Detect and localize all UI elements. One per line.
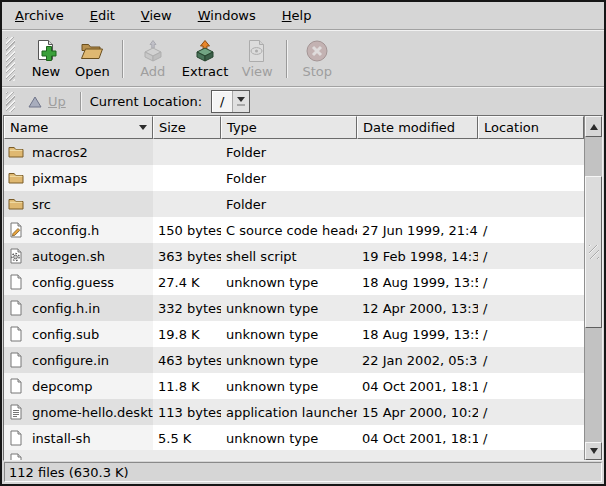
locationbar-drag-handle[interactable] xyxy=(6,92,15,112)
script-icon xyxy=(8,248,26,265)
file-location-cell: / xyxy=(478,399,584,425)
file-type-cell: application launcher xyxy=(221,399,357,425)
status-bar: 112 files (630.3 K) xyxy=(4,462,602,482)
thumb-grip-icon xyxy=(589,245,599,259)
new-button-label: New xyxy=(32,64,60,79)
file-list: Name Size Type Date modified Location ma… xyxy=(3,115,603,461)
file-type-cell: unknown type xyxy=(221,295,357,321)
file-name-cell[interactable]: config.guess xyxy=(4,269,153,295)
new-button[interactable]: New xyxy=(23,36,69,81)
file-date-cell: 18 Aug 1999, 13:53 xyxy=(357,321,478,347)
file-name-cell[interactable]: src xyxy=(4,191,153,217)
scroll-up-button[interactable] xyxy=(585,116,602,137)
document-icon xyxy=(8,452,26,460)
column-header-type[interactable]: Type xyxy=(221,116,357,139)
toolbar-separator xyxy=(122,40,124,78)
file-location-cell: / xyxy=(478,217,584,243)
location-combo[interactable]: / xyxy=(211,90,250,113)
file-size-cell: 5.5 K xyxy=(153,425,221,450)
menu-help[interactable]: Help xyxy=(280,5,314,26)
status-text: 112 files (630.3 K) xyxy=(9,465,129,480)
file-type-cell: unknown type xyxy=(221,269,357,295)
file-date-cell: 27 Jun 1999, 21:49 xyxy=(357,217,478,243)
table-row[interactable]: config.guess27.4 Kunknown type18 Aug 199… xyxy=(4,269,584,295)
file-date-cell: 22 Jan 2002, 05:35 xyxy=(357,347,478,373)
open-button[interactable]: Open xyxy=(69,36,116,81)
column-header-date-modified[interactable]: Date modified xyxy=(357,116,478,139)
file-name-cell[interactable]: configure.in xyxy=(4,347,153,373)
file-name: gnome-hello.desktop xyxy=(32,405,153,420)
file-name: install-sh xyxy=(32,431,91,446)
toolbar-separator xyxy=(286,40,288,78)
file-type-cell: unknown type xyxy=(221,425,357,450)
stop-icon xyxy=(304,38,330,63)
menu-view[interactable]: View xyxy=(139,5,174,26)
up-button: Up xyxy=(22,92,72,111)
table-row[interactable]: config.sub19.8 Kunknown type18 Aug 1999,… xyxy=(4,321,584,347)
file-location-cell xyxy=(478,165,584,191)
table-row[interactable]: config.h.in332 bytesunknown type12 Apr 2… xyxy=(4,295,584,321)
file-date-cell: 19 Feb 1998, 14:31 xyxy=(357,243,478,269)
scrollbar-thumb[interactable] xyxy=(585,176,602,328)
file-name-cell[interactable]: macros2 xyxy=(4,139,153,165)
file-size-cell: 113 bytes xyxy=(153,399,221,425)
file-size-cell: 27.4 K xyxy=(153,269,221,295)
file-location-cell: / xyxy=(478,347,584,373)
open-folder-icon xyxy=(79,38,105,63)
scroll-down-button[interactable] xyxy=(585,442,602,460)
file-name-cell[interactable]: autogen.sh xyxy=(4,243,153,269)
file-name-cell[interactable]: config.sub xyxy=(4,321,153,347)
file-date-cell xyxy=(357,139,478,165)
file-name-cell[interactable]: install-sh xyxy=(4,425,153,450)
menu-windows[interactable]: Windows xyxy=(196,5,258,26)
file-name-cell[interactable]: pixmaps xyxy=(4,165,153,191)
table-row[interactable]: macros2Folder xyxy=(4,139,584,165)
file-size-cell xyxy=(153,165,221,191)
table-row[interactable]: configure.in463 bytesunknown type22 Jan … xyxy=(4,347,584,373)
folder-icon xyxy=(8,196,26,213)
file-name-cell[interactable]: gnome-hello.desktop xyxy=(4,399,153,425)
table-row[interactable]: acconfig.h150 bytesC source code header2… xyxy=(4,217,584,243)
file-name-cell[interactable]: depcomp xyxy=(4,373,153,399)
table-row[interactable]: autogen.sh363 bytesshell script19 Feb 19… xyxy=(4,243,584,269)
view-button-label: View xyxy=(242,64,273,79)
location-combo-dropdown[interactable] xyxy=(233,91,249,112)
file-name: autogen.sh xyxy=(32,249,105,264)
menu-archive[interactable]: Archive xyxy=(13,5,66,26)
extract-button[interactable]: Extract xyxy=(176,36,235,81)
file-location-cell xyxy=(478,139,584,165)
menu-edit[interactable]: Edit xyxy=(88,5,117,26)
column-header-location[interactable]: Location xyxy=(478,116,584,139)
c-source-icon xyxy=(8,222,26,239)
extract-button-label: Extract xyxy=(182,64,229,79)
table-row[interactable]: gnome-hello.desktop113 bytesapplication … xyxy=(4,399,584,425)
file-date-cell xyxy=(357,191,478,217)
file-name: src xyxy=(32,197,51,212)
chevron-down-icon xyxy=(237,97,245,102)
table-row[interactable]: pixmapsFolder xyxy=(4,165,584,191)
file-type-cell: Folder xyxy=(221,191,357,217)
table-row[interactable]: install-sh5.5 Kunknown type04 Oct 2001, … xyxy=(4,425,584,450)
add-to-archive-icon xyxy=(140,38,166,63)
table-row[interactable]: srcFolder xyxy=(4,191,584,217)
file-size-cell: 150 bytes xyxy=(153,217,221,243)
file-name: acconfig.h xyxy=(32,223,99,238)
up-icon xyxy=(28,96,42,108)
folder-icon xyxy=(8,170,26,187)
column-header-size[interactable]: Size xyxy=(153,116,221,139)
file-date-cell: 18 Aug 1999, 13:53 xyxy=(357,269,478,295)
file-location-cell: / xyxy=(478,425,584,450)
vertical-scrollbar[interactable] xyxy=(584,116,602,460)
location-combo-value[interactable]: / xyxy=(212,91,233,112)
locationbar-separator xyxy=(80,92,82,111)
table-row[interactable]: depcomp11.8 Kunknown type04 Oct 2001, 18… xyxy=(4,373,584,399)
location-bar: Up Current Location: / xyxy=(2,88,604,115)
file-name-cell[interactable]: config.h.in xyxy=(4,295,153,321)
file-size-cell: 19.8 K xyxy=(153,321,221,347)
file-type-cell: C source code header xyxy=(221,217,357,243)
toolbar-drag-handle[interactable] xyxy=(6,37,15,81)
file-name: macros2 xyxy=(32,145,88,160)
file-date-cell: 15 Apr 2000, 10:21 xyxy=(357,399,478,425)
file-name-cell[interactable]: acconfig.h xyxy=(4,217,153,243)
column-header-name[interactable]: Name xyxy=(4,116,153,139)
